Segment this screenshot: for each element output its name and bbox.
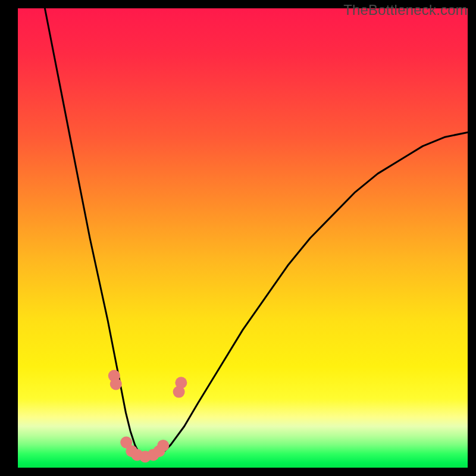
chart-svg: [18, 8, 468, 468]
watermark-text: TheBottleneck.com: [343, 2, 468, 18]
bottleneck-curve: [45, 8, 468, 459]
data-marker: [175, 377, 187, 389]
plot-area: [18, 8, 468, 468]
data-marker: [110, 378, 122, 390]
chart-frame: TheBottleneck.com: [0, 0, 476, 476]
data-marker: [157, 440, 169, 452]
curve-layer: [45, 8, 468, 459]
marker-layer: [108, 370, 187, 463]
